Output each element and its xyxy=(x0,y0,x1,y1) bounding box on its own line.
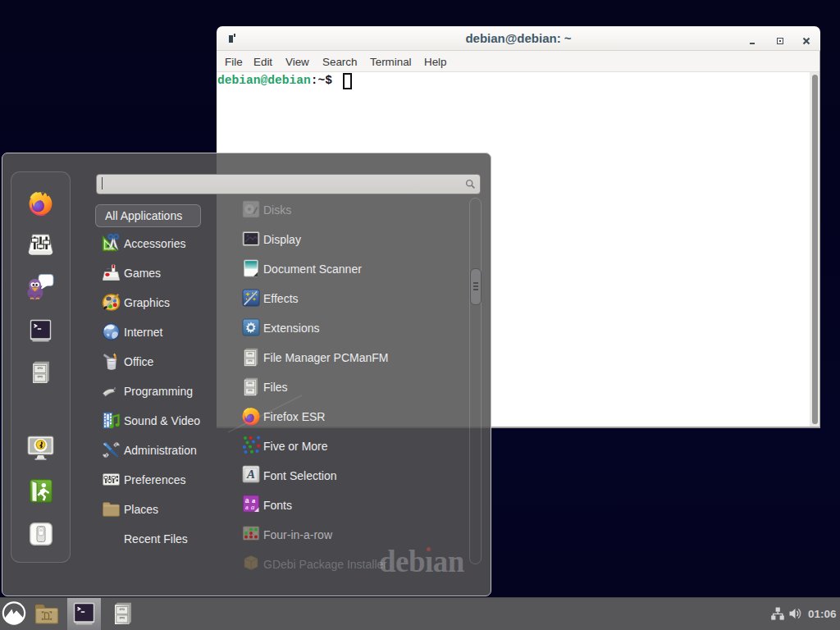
svg-text:a: a xyxy=(251,503,254,511)
svg-text:a: a xyxy=(245,503,249,511)
svg-text:A: A xyxy=(246,468,255,481)
